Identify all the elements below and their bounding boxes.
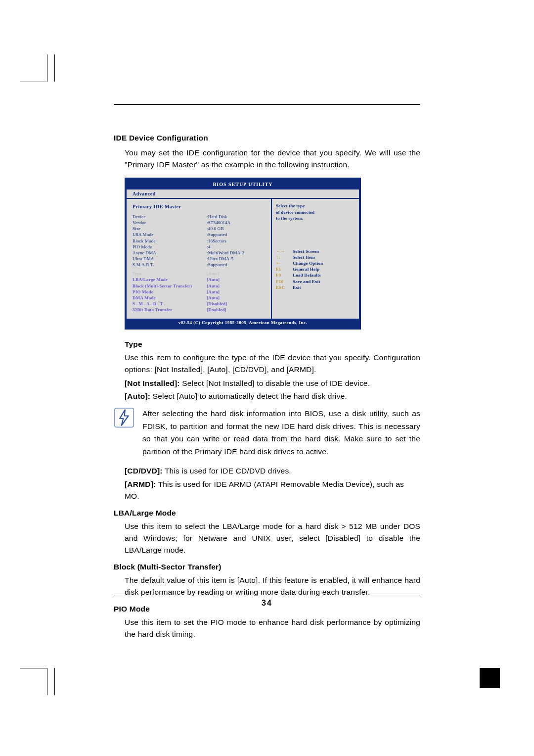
bios-option-key: Block (Multi-Sector Transfer) [133, 283, 207, 289]
crop-mark [20, 82, 47, 82]
bios-option-val: [Auto] [207, 283, 220, 289]
bios-key: F10 [276, 279, 290, 284]
bios-info-key: Block Mode [133, 238, 207, 244]
label-auto: [Auto]: [125, 392, 150, 400]
page-content: IDE Device Configuration You may set the… [114, 104, 420, 642]
bios-key-action: Load Defaults [293, 272, 321, 278]
bios-info-key: PIO Mode [133, 244, 207, 250]
bios-screenshot: BIOS SETUP UTILITY Advanced Primary IDE … [125, 178, 361, 330]
lightning-note-icon [114, 407, 134, 428]
lba-heading: LBA/Large Mode [114, 507, 420, 519]
bios-info-key: LBA Mode [133, 232, 207, 237]
type-paragraph: Use this item to configure the type of t… [125, 352, 420, 376]
bios-option-key: LBA/Large Mode [133, 277, 207, 283]
bios-key: ↑↓ [276, 254, 290, 260]
bios-info-key: Async DMA [133, 250, 207, 256]
bios-title: BIOS SETUP UTILITY [127, 180, 359, 189]
bios-key-action: General Help [293, 266, 319, 272]
block-text: The default value of this item is [Auto]… [125, 574, 420, 598]
bios-footer: v02.54 (C) Copyright 1985-2005, American… [127, 319, 359, 328]
bios-help-text: Select the type [276, 203, 355, 209]
lba-text: Use this item to select the LBA/Large mo… [125, 520, 420, 556]
text-auto: Select [Auto] to automatically detect th… [150, 392, 347, 400]
bios-info-key: Vendor [133, 220, 207, 226]
pio-text: Use this item to set the PIO mode to enh… [125, 616, 420, 640]
crop-mark [47, 54, 47, 82]
section-heading: IDE Device Configuration [114, 132, 420, 144]
crop-mark [47, 668, 47, 695]
bios-info-val: :Hard Disk [207, 214, 227, 220]
type-auto: [Auto]: Select [Auto] to automatically d… [125, 390, 420, 402]
bios-help-text: of device connected [276, 209, 355, 215]
document-page: IDE Device Configuration You may set the… [0, 0, 534, 756]
bios-tab-advanced: Advanced [133, 191, 156, 196]
type-not-installed: [Not Installed]: Select [Not Installed] … [125, 378, 420, 389]
bios-option-val: [Auto] [207, 277, 220, 283]
bios-selected-val: [Auto] [207, 271, 219, 277]
type-heading: Type [125, 338, 420, 350]
bios-help-panel: Select the type of device connected to t… [272, 199, 359, 319]
crop-mark [54, 54, 55, 82]
block-heading: Block (Multi-Sector Transfer) [114, 561, 420, 573]
bios-option-val: [Auto] [207, 295, 220, 301]
text-not-installed: Select [Not Installed] to disable the us… [180, 379, 370, 387]
bios-key: F9 [276, 272, 290, 278]
page-number: 34 [114, 599, 420, 608]
type-cddvd: [CD/DVD]: This is used for IDE CD/DVD dr… [125, 465, 420, 477]
bios-key-action: Select Screen [293, 248, 319, 254]
bios-key: ESC [276, 284, 290, 290]
text-cddvd: This is used for IDE CD/DVD drives. [165, 467, 291, 475]
note-text: After selecting the hard disk informatio… [142, 407, 420, 458]
bios-option-key: PIO Mode [133, 289, 207, 295]
bios-option-val: [Enabled] [207, 307, 226, 313]
crop-mark [54, 668, 55, 695]
bios-info-key: Size [133, 226, 207, 232]
bios-selected-key: Type [133, 271, 207, 277]
bios-info-val: :40.0 GB [207, 226, 224, 232]
bios-key: ←→ [276, 248, 290, 254]
note-block: After selecting the hard disk informatio… [114, 407, 420, 458]
text-armd: This is used for IDE ARMD (ATAPI Removab… [125, 480, 404, 500]
bios-tab-bar: Advanced [127, 189, 359, 199]
label-cddvd: [CD/DVD]: [125, 467, 163, 475]
bios-info-val: :MultiWord DMA-2 [207, 250, 244, 256]
bios-key-action: Change Option [293, 260, 323, 266]
bios-option-key: DMA Mode [133, 295, 207, 301]
crop-mark [480, 668, 500, 688]
bios-info-val: :Supported [207, 232, 227, 237]
label-armd: [ARMD]: [125, 480, 156, 488]
bios-info-key: Ultra DMA [133, 256, 207, 262]
bios-info-val: :4 [207, 244, 210, 250]
section-intro: You may set the IDE configuration for th… [125, 147, 420, 171]
bios-info-key: S.M.A.R.T. [133, 262, 207, 268]
type-armd: [ARMD]: This is used for IDE ARMD (ATAPI… [125, 478, 420, 502]
bios-info-val: :Supported [207, 262, 227, 268]
bios-info-key: Device [133, 214, 207, 220]
bios-info-val: :16Sectors [207, 238, 226, 244]
bios-left-panel: Primary IDE Master Device:Hard Disk Vend… [127, 199, 272, 319]
bios-info-val: :Ultra DMA-5 [207, 256, 233, 262]
footer-rule [114, 594, 420, 594]
bios-option-val: [Auto] [207, 289, 220, 295]
bios-key: F1 [276, 266, 290, 272]
bios-help-text: to the system. [276, 215, 355, 221]
bios-key-action: Exit [293, 284, 301, 290]
bios-key-action: Save and Exit [293, 279, 320, 284]
bios-panel-header: Primary IDE Master [133, 203, 266, 211]
bios-info-val: :ST340014A [207, 220, 231, 226]
bios-key: +- [276, 260, 290, 266]
bios-option-key: S . M . A . R . T . [133, 301, 207, 307]
bios-key-action: Select Item [293, 254, 315, 260]
bios-option-key: 32Bit Data Transfer [133, 307, 207, 313]
label-not-installed: [Not Installed]: [125, 379, 180, 387]
bios-option-val: [Disabled] [207, 301, 227, 307]
crop-mark [20, 668, 47, 668]
